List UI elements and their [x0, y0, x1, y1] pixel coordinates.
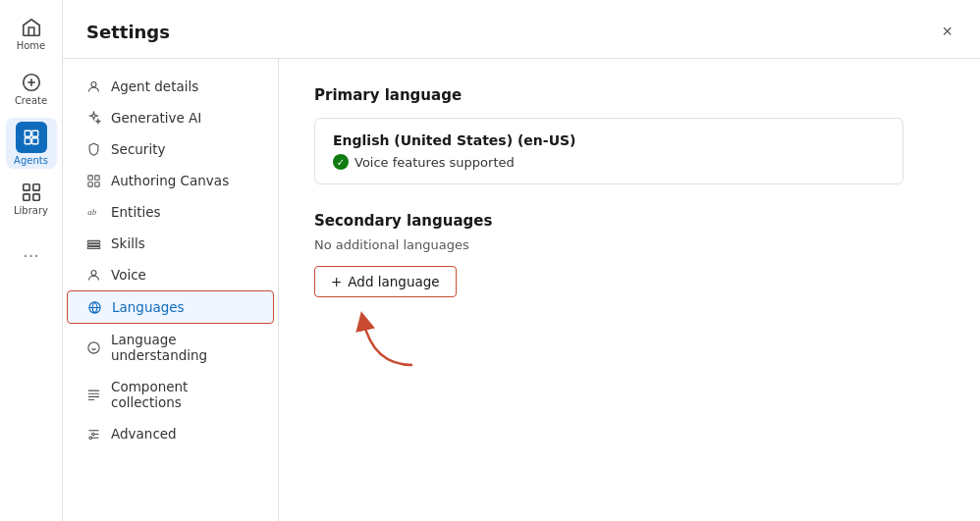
svg-rect-14 [88, 182, 92, 185]
svg-point-28 [92, 433, 95, 436]
svg-rect-6 [31, 137, 37, 143]
nav-create-label: Create [15, 95, 47, 106]
svg-rect-5 [25, 137, 30, 143]
sidebar-item-authoring-canvas[interactable]: Authoring Canvas [67, 165, 274, 196]
nav-agents-label: Agents [14, 155, 48, 166]
svg-point-11 [91, 81, 96, 86]
add-language-button[interactable]: + Add language [314, 266, 457, 297]
sidebar-item-agent-details-label: Agent details [111, 78, 198, 94]
left-nav: Home Create Agents Library ··· [0, 0, 63, 521]
svg-point-27 [89, 437, 92, 440]
sidebar-item-advanced-label: Advanced [111, 426, 177, 442]
svg-rect-18 [87, 243, 100, 245]
svg-rect-10 [23, 193, 28, 199]
sidebar-item-entities[interactable]: ab Entities [67, 196, 274, 228]
settings-panel: Settings × Agent details Generative AI [63, 0, 980, 521]
sidebar-item-voice-label: Voice [111, 267, 146, 283]
settings-sidebar: Agent details Generative AI Security [63, 59, 279, 521]
svg-text:ab: ab [87, 207, 96, 217]
sidebar-item-authoring-canvas-label: Authoring Canvas [111, 173, 229, 188]
svg-point-23 [88, 341, 99, 352]
add-language-icon: + [331, 274, 342, 289]
sidebar-item-security[interactable]: Security [67, 133, 274, 165]
svg-rect-3 [25, 130, 30, 136]
svg-rect-15 [95, 182, 99, 185]
sidebar-item-component-collections[interactable]: Component collections [67, 371, 274, 418]
sidebar-item-languages[interactable]: Languages [67, 290, 274, 324]
svg-rect-8 [32, 183, 38, 189]
svg-rect-19 [87, 246, 100, 248]
sidebar-item-advanced[interactable]: Advanced [67, 418, 274, 449]
svg-rect-13 [95, 175, 99, 179]
no-languages-label: No additional languages [314, 237, 945, 252]
sidebar-item-agent-details[interactable]: Agent details [67, 71, 274, 102]
svg-rect-12 [88, 175, 92, 179]
sidebar-item-generative-ai[interactable]: Generative AI [67, 102, 274, 133]
sidebar-item-language-understanding[interactable]: Language understanding [67, 324, 274, 371]
svg-rect-4 [31, 130, 37, 136]
settings-header: Settings × [63, 0, 980, 59]
sidebar-item-languages-label: Languages [112, 299, 185, 315]
sidebar-item-language-understanding-label: Language understanding [111, 332, 254, 363]
nav-more-icon: ··· [23, 245, 39, 266]
svg-rect-9 [32, 193, 38, 199]
check-circle-icon [333, 154, 349, 170]
sidebar-item-entities-label: Entities [111, 204, 161, 220]
close-button[interactable]: × [938, 18, 956, 46]
primary-language-card: English (United States) (en-US) Voice fe… [314, 118, 903, 184]
nav-create[interactable]: Create [6, 63, 57, 114]
primary-language-name: English (United States) (en-US) [333, 132, 885, 148]
svg-rect-7 [23, 183, 28, 189]
voice-supported-label: Voice features supported [354, 155, 515, 170]
voice-supported-row: Voice features supported [333, 154, 885, 170]
svg-point-20 [91, 270, 96, 275]
svg-rect-17 [87, 240, 100, 242]
nav-home[interactable]: Home [6, 8, 57, 59]
sidebar-item-component-collections-label: Component collections [111, 379, 254, 410]
sidebar-item-skills[interactable]: Skills [67, 228, 274, 259]
settings-title: Settings [86, 22, 170, 42]
annotation-arrow [354, 301, 432, 370]
nav-home-label: Home [17, 40, 46, 51]
nav-agents[interactable]: Agents [6, 118, 57, 169]
primary-language-section-title: Primary language [314, 86, 945, 104]
sidebar-item-skills-label: Skills [111, 235, 145, 251]
sidebar-item-generative-ai-label: Generative AI [111, 110, 201, 126]
content-area: Agent details Generative AI Security [63, 59, 980, 521]
sidebar-item-voice[interactable]: Voice [67, 259, 274, 290]
nav-library[interactable]: Library [6, 173, 57, 224]
settings-content: Primary language English (United States)… [279, 59, 980, 521]
secondary-language-section-title: Secondary languages [314, 212, 945, 230]
sidebar-item-security-label: Security [111, 141, 165, 157]
annotation-container: + Add language [314, 266, 457, 297]
nav-library-label: Library [14, 205, 48, 216]
nav-more[interactable]: ··· [6, 228, 57, 279]
add-language-label: Add language [348, 274, 439, 289]
